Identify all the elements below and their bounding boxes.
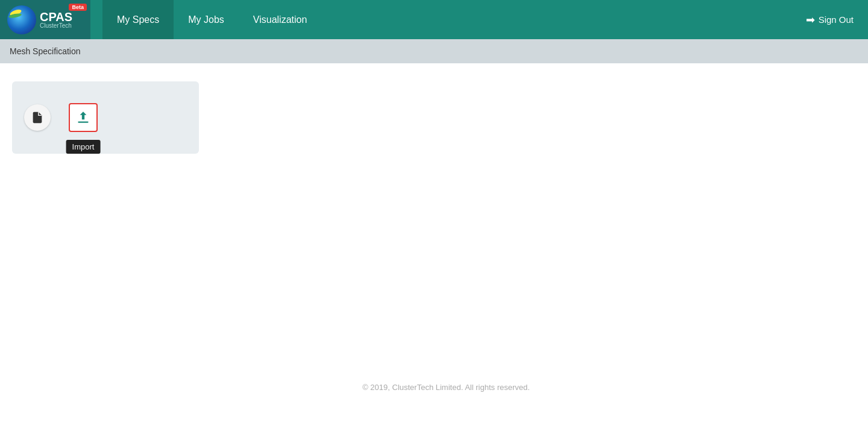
svg-rect-0: [78, 122, 88, 123]
footer: © 2019, ClusterTech Limited. All rights …: [12, 383, 868, 392]
beta-badge: Beta: [69, 4, 87, 11]
mesh-card: Import: [12, 81, 199, 154]
breadcrumb-text: Mesh Specification: [10, 46, 81, 56]
signout-button[interactable]: ➡ Sign Out: [806, 13, 854, 27]
import-button[interactable]: [69, 103, 98, 132]
main-content: Import © 2019, ClusterTech Limited. All …: [0, 63, 868, 428]
file-icon: [31, 111, 44, 124]
footer-text: © 2019, ClusterTech Limited. All rights …: [362, 383, 530, 392]
new-file-button[interactable]: [24, 104, 51, 131]
brand-logo: CPAS ClusterTech Beta: [0, 0, 90, 39]
nav-my-specs[interactable]: My Specs: [102, 0, 174, 39]
navbar-nav: My Specs My Jobs Visualization: [102, 0, 806, 39]
nav-my-jobs[interactable]: My Jobs: [174, 0, 239, 39]
brand-name: CPAS: [40, 11, 72, 23]
breadcrumb-bar: Mesh Specification: [0, 39, 868, 63]
navbar: CPAS ClusterTech Beta My Specs My Jobs V…: [0, 0, 868, 39]
brand-sub: ClusterTech: [40, 23, 72, 29]
import-tooltip: Import: [66, 140, 101, 154]
brand-text: CPAS ClusterTech: [40, 11, 72, 29]
nav-visualization[interactable]: Visualization: [239, 0, 322, 39]
signout-label: Sign Out: [819, 14, 854, 25]
upload-icon: [75, 110, 91, 125]
signout-icon: ➡: [806, 13, 815, 27]
brand-circle-icon: [7, 5, 36, 34]
import-button-wrapper: Import: [69, 103, 98, 132]
